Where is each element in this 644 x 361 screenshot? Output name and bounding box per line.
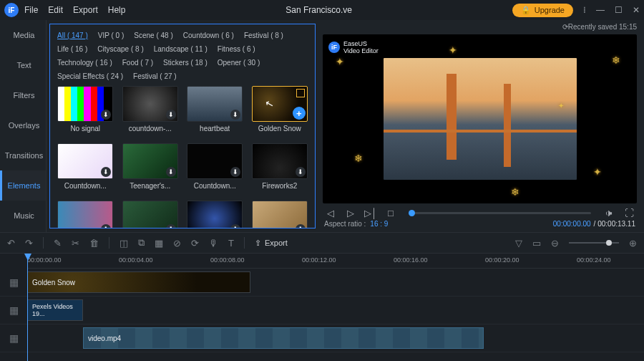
add-to-timeline-icon[interactable]: + <box>293 107 306 120</box>
thumbnail-grid: ⬇No signal⬇countdown-...⬇heartbeat↖+Gold… <box>50 85 315 228</box>
category-landscape[interactable]: Landscape ( 11 ) <box>154 44 208 54</box>
thumb-golden-snow[interactable]: ↖+Golden Snow <box>250 86 310 140</box>
aspect-label: Aspect ratio : <box>324 220 366 228</box>
volume-icon[interactable]: 🕩 <box>602 208 615 218</box>
menu-help[interactable]: Help <box>108 5 126 15</box>
close-icon[interactable]: ✕ <box>633 5 640 15</box>
stop-icon[interactable]: □ <box>384 208 397 218</box>
track-elements[interactable]: ▦ Golden Snow <box>0 269 644 297</box>
library-panel: All ( 147 )VIP ( 0 )Scene ( 48 )Countdow… <box>49 24 316 228</box>
track-overlay[interactable]: ▦ Pexels Videos 19... <box>0 297 644 324</box>
download-icon[interactable]: ⬇ <box>101 167 111 177</box>
aspect-value[interactable]: 16 : 9 <box>370 220 388 228</box>
category-cityscape[interactable]: Cityscape ( 8 ) <box>97 44 143 54</box>
prev-frame-icon[interactable]: ◁ <box>324 208 337 218</box>
mosaic-icon[interactable]: ▦ <box>155 238 163 249</box>
preview-panel: ⟳Recently saved 15:15 iF EaseUSVideo Edi… <box>318 20 644 232</box>
download-icon[interactable]: ⬇ <box>230 167 240 177</box>
download-icon[interactable]: ⬇ <box>230 110 240 120</box>
video-preview[interactable]: iF EaseUSVideo Editor ✦ ❄ ❄ ✦ ❄ ✦ ✦ <box>323 34 637 203</box>
menu-export[interactable]: Export <box>73 5 98 15</box>
maximize-icon[interactable]: ☐ <box>615 5 623 15</box>
clip-pexels[interactable]: Pexels Videos 19... <box>27 299 83 321</box>
minimize-icon[interactable]: — <box>596 5 605 15</box>
zoom-slider[interactable] <box>569 242 619 244</box>
track-video[interactable]: ▦ video.mp4 <box>0 324 644 352</box>
thumb-item-9[interactable]: ⬇ <box>121 201 180 228</box>
sidetab-filters[interactable]: Filters <box>0 80 46 110</box>
upgrade-button[interactable]: 🔒 Upgrade <box>512 4 573 17</box>
crop-icon[interactable]: ◫ <box>119 238 128 249</box>
fullscreen-icon[interactable]: ⛶ <box>623 208 635 218</box>
category-countdown[interactable]: Countdown ( 6 ) <box>183 30 234 41</box>
timeline: 00:00:00.0000:00:04.0000:00:08.0000:00:1… <box>0 254 644 361</box>
edit-icon[interactable]: ✎ <box>54 238 62 249</box>
thumb-countdown-[interactable]: ⬇Countdown... <box>185 143 245 198</box>
time-ruler[interactable]: 00:00:00.0000:00:04.0000:00:08.0000:00:1… <box>27 254 644 269</box>
split-icon[interactable]: ⧉ <box>138 237 145 249</box>
playhead[interactable] <box>27 254 28 361</box>
speed-icon[interactable]: ⊘ <box>173 238 181 249</box>
thumb-item-8[interactable]: ⬇ <box>56 201 115 228</box>
thumb-teenager-s-[interactable]: ⬇Teenager's... <box>121 143 180 198</box>
category-scene[interactable]: Scene ( 48 ) <box>134 30 172 41</box>
category-technology[interactable]: Technology ( 16 ) <box>57 57 112 68</box>
category-opener[interactable]: Opener ( 30 ) <box>218 57 260 68</box>
sidetab-media[interactable]: Media <box>0 20 46 50</box>
thumb-label: heartbeat <box>200 125 230 133</box>
thumb-countdown-[interactable]: ⬇Countdown... <box>56 143 115 198</box>
category-vip[interactable]: VIP ( 0 ) <box>98 30 125 41</box>
download-icon[interactable]: ⬇ <box>166 224 176 228</box>
thumb-heartbeat[interactable]: ⬇heartbeat <box>185 86 245 140</box>
sidetab-text[interactable]: Text <box>0 50 46 80</box>
thumb-countdown-[interactable]: ⬇countdown-... <box>121 86 180 140</box>
category-festival[interactable]: Festival ( 8 ) <box>244 30 283 41</box>
category-life[interactable]: Life ( 16 ) <box>57 44 87 54</box>
fit-icon[interactable]: ▭ <box>532 238 541 249</box>
clip-video[interactable]: video.mp4 <box>83 327 484 349</box>
download-icon[interactable]: ⬇ <box>166 167 176 177</box>
voice-icon[interactable]: 🎙 <box>209 238 218 249</box>
settings-icon[interactable]: ⁞ <box>583 5 586 15</box>
sidetab-transitions[interactable]: Transitions <box>0 140 46 170</box>
download-icon[interactable]: ⬇ <box>230 224 240 228</box>
category-festival[interactable]: Festival ( 27 ) <box>133 71 177 82</box>
undo-icon[interactable]: ↶ <box>7 238 15 249</box>
thumb-no-signal[interactable]: ⬇No signal <box>56 86 115 140</box>
zoom-in-icon[interactable]: ⊕ <box>629 238 637 249</box>
thumb-fireworks2[interactable]: ⬇Fireworks2 <box>250 143 310 198</box>
next-frame-icon[interactable]: ▷│ <box>364 208 377 218</box>
thumb-label: countdown-... <box>129 125 172 133</box>
clip-golden-snow[interactable]: Golden Snow <box>27 271 250 293</box>
category-special-effects[interactable]: Special Effects ( 24 ) <box>57 71 123 82</box>
category-stickers[interactable]: Stickers ( 18 ) <box>163 57 208 68</box>
thumb-label: Fireworks2 <box>262 182 297 190</box>
category-all[interactable]: All ( 147 ) <box>57 30 88 41</box>
thumb-item-10[interactable]: ⬇ <box>185 201 245 228</box>
seek-bar[interactable] <box>409 212 591 214</box>
menu-file[interactable]: File <box>24 5 38 15</box>
export-button[interactable]: ⇪Export <box>255 239 288 248</box>
delete-icon[interactable]: 🗑 <box>89 238 99 249</box>
menu-edit[interactable]: Edit <box>48 5 63 15</box>
timeline-toolbar: ↶ ↷ ✎ ✂ 🗑 ◫ ⧉ ▦ ⊘ ⟳ 🎙 T ⇪Export ▽ ▭ ⊖ ⊕ <box>0 232 644 254</box>
category-fitness[interactable]: Fitness ( 6 ) <box>218 44 255 54</box>
export-label: Export <box>265 239 288 247</box>
redo-icon[interactable]: ↷ <box>25 238 33 249</box>
thumb-item-11[interactable]: ⬇ <box>250 201 310 228</box>
download-icon[interactable]: ⬇ <box>296 167 306 177</box>
download-icon[interactable]: ⬇ <box>166 110 176 120</box>
sidetab-music[interactable]: Music <box>0 201 46 231</box>
cut-icon[interactable]: ✂ <box>72 238 79 249</box>
zoom-out-icon[interactable]: ⊖ <box>551 238 559 249</box>
download-icon[interactable]: ⬇ <box>101 224 111 228</box>
download-icon[interactable]: ⬇ <box>296 224 306 228</box>
text-icon[interactable]: T <box>228 238 234 249</box>
marker-icon[interactable]: ▽ <box>515 238 522 249</box>
play-icon[interactable]: ▷ <box>344 208 357 218</box>
sidetab-elements[interactable]: Elements <box>0 170 46 201</box>
category-food[interactable]: Food ( 7 ) <box>122 57 153 68</box>
rotate-icon[interactable]: ⟳ <box>191 238 199 249</box>
download-icon[interactable]: ⬇ <box>101 110 111 120</box>
sidetab-overlays[interactable]: Overlays <box>0 110 46 140</box>
